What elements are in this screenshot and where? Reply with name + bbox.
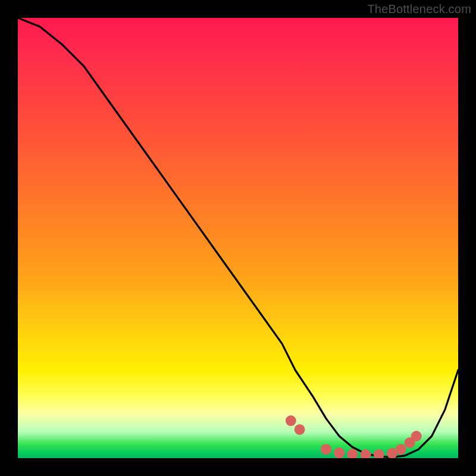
chart-frame: TheBottleneck.com bbox=[0, 0, 476, 476]
watermark-text: TheBottleneck.com bbox=[367, 2, 471, 16]
marker-dot bbox=[396, 444, 406, 455]
marker-dot bbox=[411, 431, 422, 441]
marker-dot bbox=[361, 449, 371, 458]
marker-dot bbox=[286, 415, 296, 426]
marker-dot bbox=[295, 424, 305, 435]
chart-svg bbox=[18, 18, 458, 458]
marker-dot bbox=[334, 447, 345, 458]
marker-dot bbox=[347, 449, 358, 458]
marker-dot bbox=[321, 444, 331, 455]
marker-dot bbox=[374, 449, 384, 458]
highlight-dots bbox=[286, 415, 422, 458]
plot-area bbox=[18, 18, 458, 458]
bottleneck-curve bbox=[18, 18, 458, 458]
